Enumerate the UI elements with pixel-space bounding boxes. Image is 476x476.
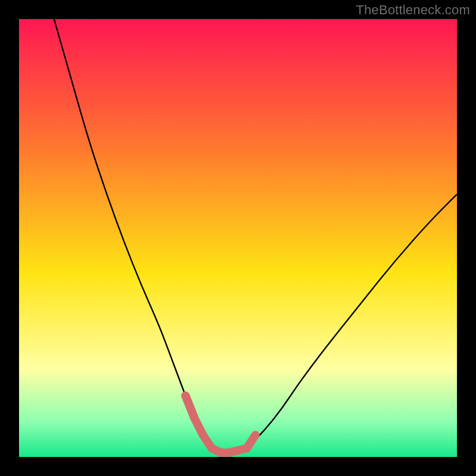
plot-area xyxy=(19,19,457,457)
chart-svg xyxy=(19,19,457,457)
gradient-bg xyxy=(19,19,457,457)
chart-stage: TheBottleneck.com xyxy=(0,0,476,476)
watermark-text: TheBottleneck.com xyxy=(356,2,470,18)
